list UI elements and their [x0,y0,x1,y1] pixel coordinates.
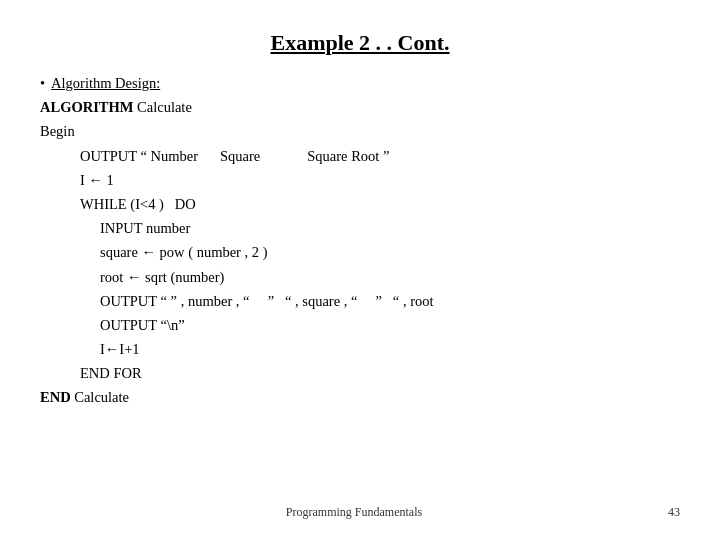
end-calculate-line: END Calculate [40,386,680,409]
end-for-line: END FOR [80,362,680,385]
bullet-symbol: • [40,72,45,95]
output1-line: OUTPUT “ Number Square Square Root ” [80,145,680,168]
i-assign-line: I ← 1 [80,169,680,192]
output3-line: OUTPUT “\n” [100,314,680,337]
algorithm-line: ALGORITHM Calculate [40,96,680,119]
while-line: WHILE (I<4 ) DO [80,193,680,216]
footer-center: Programming Fundamentals [286,505,422,520]
input-text: INPUT number [100,220,190,236]
i-increment-line: I←I+1 [100,338,680,361]
algorithm-design-label: Algorithm Design: [51,72,160,95]
output2-text: OUTPUT “ ” , number , “ ” “ , square , “… [100,293,434,309]
slide-footer: Programming Fundamentals 43 [0,505,720,520]
algorithm-name: Calculate [137,99,192,115]
while-text: WHILE (I<4 ) DO [80,196,196,212]
slide-container: Example 2 . . Cont. • Algorithm Design: … [0,0,720,540]
slide-title: Example 2 . . Cont. [40,30,680,56]
begin-line: Begin [40,120,680,143]
i-assign-text: I ← 1 [80,172,114,188]
root-text: root ← sqrt (number) [100,269,224,285]
end-for-text: END FOR [80,365,142,381]
output2-line: OUTPUT “ ” , number , “ ” “ , square , “… [100,290,680,313]
input-line: INPUT number [100,217,680,240]
output1-text: OUTPUT “ Number Square Square Root ” [80,148,389,164]
slide-content: • Algorithm Design: ALGORITHM Calculate … [40,72,680,410]
i-increment-text: I←I+1 [100,341,140,357]
square-text: square ← pow ( number , 2 ) [100,244,268,260]
bullet-line: • Algorithm Design: [40,72,680,95]
end-keyword: END [40,389,71,405]
output3-text: OUTPUT “\n” [100,317,185,333]
end-calculate-name: Calculate [74,389,129,405]
root-line: root ← sqrt (number) [100,266,680,289]
square-line: square ← pow ( number , 2 ) [100,241,680,264]
algorithm-keyword: ALGORITHM [40,99,133,115]
footer-page-number: 43 [668,505,680,520]
